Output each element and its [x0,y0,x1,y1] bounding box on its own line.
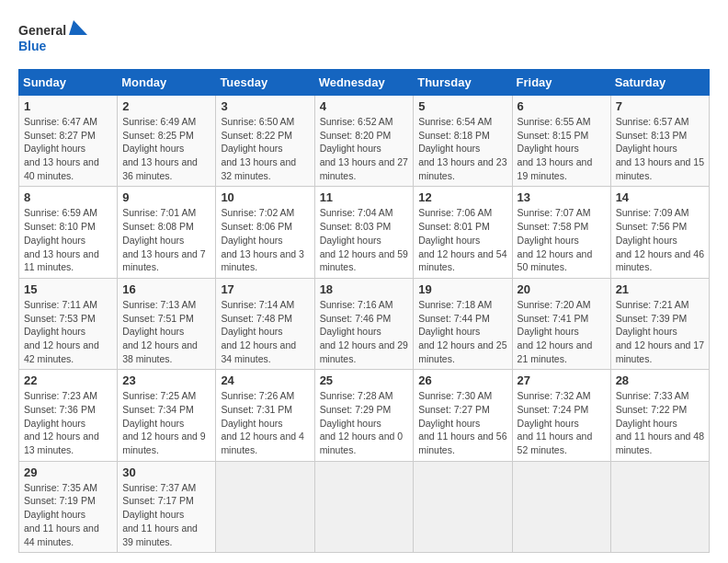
calendar-day-19: 19Sunrise: 7:18 AMSunset: 7:44 PMDayligh… [414,278,512,369]
calendar-day-8: 8Sunrise: 6:59 AMSunset: 8:10 PMDaylight… [19,187,118,278]
calendar-day-6: 6Sunrise: 6:55 AMSunset: 8:15 PMDaylight… [512,96,610,187]
day-info: Sunrise: 7:26 AMSunset: 7:31 PMDaylight … [221,389,309,456]
day-info: Sunrise: 7:33 AMSunset: 7:22 PMDaylight … [616,389,704,456]
header-friday: Friday [512,70,610,96]
day-info: Sunrise: 7:30 AMSunset: 7:27 PMDaylight … [418,389,506,456]
calendar-day-7: 7Sunrise: 6:57 AMSunset: 8:13 PMDaylight… [610,96,709,187]
day-info: Sunrise: 6:55 AMSunset: 8:15 PMDaylight … [518,115,606,182]
calendar-header-row: SundayMondayTuesdayWednesdayThursdayFrid… [19,70,710,96]
day-number: 3 [221,99,309,113]
calendar-day-27: 27Sunrise: 7:32 AMSunset: 7:24 PMDayligh… [512,370,610,461]
day-info: Sunrise: 7:16 AMSunset: 7:46 PMDaylight … [320,298,409,365]
day-info: Sunrise: 7:37 AMSunset: 7:17 PMDaylight … [122,481,210,548]
header-thursday: Thursday [414,70,512,96]
day-info: Sunrise: 6:50 AMSunset: 8:22 PMDaylight … [221,115,309,182]
calendar-table: SundayMondayTuesdayWednesdayThursdayFrid… [18,69,710,553]
day-number: 16 [122,282,210,296]
day-number: 29 [24,465,112,479]
day-number: 6 [518,99,606,113]
day-info: Sunrise: 6:54 AMSunset: 8:18 PMDaylight … [418,115,506,182]
day-number: 14 [616,190,704,204]
calendar-empty [314,461,414,552]
calendar-day-10: 10Sunrise: 7:02 AMSunset: 8:06 PMDayligh… [216,187,314,278]
calendar-day-2: 2Sunrise: 6:49 AMSunset: 8:25 PMDaylight… [118,96,216,187]
calendar-day-24: 24Sunrise: 7:26 AMSunset: 7:31 PMDayligh… [216,370,314,461]
day-number: 15 [24,282,112,296]
calendar-day-30: 30Sunrise: 7:37 AMSunset: 7:17 PMDayligh… [118,461,216,552]
day-number: 13 [518,190,606,204]
calendar-day-11: 11Sunrise: 7:04 AMSunset: 8:03 PMDayligh… [314,187,414,278]
calendar-day-5: 5Sunrise: 6:54 AMSunset: 8:18 PMDaylight… [414,96,512,187]
day-info: Sunrise: 6:49 AMSunset: 8:25 PMDaylight … [122,115,210,182]
logo: GeneralBlue [18,18,92,60]
day-info: Sunrise: 7:02 AMSunset: 8:06 PMDaylight … [221,206,309,273]
calendar-day-16: 16Sunrise: 7:13 AMSunset: 7:51 PMDayligh… [118,278,216,369]
day-number: 24 [221,373,309,387]
day-info: Sunrise: 7:23 AMSunset: 7:36 PMDaylight … [24,389,112,456]
day-number: 18 [320,282,409,296]
day-number: 20 [518,282,606,296]
calendar-empty [512,461,610,552]
day-number: 30 [122,465,210,479]
calendar-week-2: 8Sunrise: 6:59 AMSunset: 8:10 PMDaylight… [19,187,710,278]
calendar-day-23: 23Sunrise: 7:25 AMSunset: 7:34 PMDayligh… [118,370,216,461]
calendar-day-26: 26Sunrise: 7:30 AMSunset: 7:27 PMDayligh… [414,370,512,461]
day-number: 23 [122,373,210,387]
calendar-week-4: 22Sunrise: 7:23 AMSunset: 7:36 PMDayligh… [19,370,710,461]
calendar-week-3: 15Sunrise: 7:11 AMSunset: 7:53 PMDayligh… [19,278,710,369]
day-number: 22 [24,373,112,387]
day-number: 21 [616,282,704,296]
day-info: Sunrise: 7:07 AMSunset: 7:58 PMDaylight … [518,206,606,273]
calendar-day-28: 28Sunrise: 7:33 AMSunset: 7:22 PMDayligh… [610,370,709,461]
header-tuesday: Tuesday [216,70,314,96]
day-info: Sunrise: 7:09 AMSunset: 7:56 PMDaylight … [616,206,704,273]
day-number: 1 [24,99,112,113]
day-info: Sunrise: 7:20 AMSunset: 7:41 PMDaylight … [518,298,606,365]
calendar-day-25: 25Sunrise: 7:28 AMSunset: 7:29 PMDayligh… [314,370,414,461]
logo-svg: GeneralBlue [18,18,92,60]
calendar-week-5: 29Sunrise: 7:35 AMSunset: 7:19 PMDayligh… [19,461,710,552]
svg-text:General: General [18,23,66,38]
day-info: Sunrise: 7:32 AMSunset: 7:24 PMDaylight … [518,389,606,456]
page-header: GeneralBlue [18,18,710,60]
day-info: Sunrise: 7:01 AMSunset: 8:08 PMDaylight … [122,206,210,273]
calendar-day-22: 22Sunrise: 7:23 AMSunset: 7:36 PMDayligh… [19,370,118,461]
header-sunday: Sunday [19,70,118,96]
day-info: Sunrise: 6:57 AMSunset: 8:13 PMDaylight … [616,115,704,182]
calendar-week-1: 1Sunrise: 6:47 AMSunset: 8:27 PMDaylight… [19,96,710,187]
calendar-day-13: 13Sunrise: 7:07 AMSunset: 7:58 PMDayligh… [512,187,610,278]
calendar-day-1: 1Sunrise: 6:47 AMSunset: 8:27 PMDaylight… [19,96,118,187]
day-info: Sunrise: 7:14 AMSunset: 7:48 PMDaylight … [221,298,309,365]
day-info: Sunrise: 7:13 AMSunset: 7:51 PMDaylight … [122,298,210,365]
day-number: 26 [418,373,506,387]
day-number: 27 [518,373,606,387]
svg-text:Blue: Blue [18,39,47,53]
calendar-day-18: 18Sunrise: 7:16 AMSunset: 7:46 PMDayligh… [314,278,414,369]
day-number: 2 [122,99,210,113]
day-number: 17 [221,282,309,296]
day-info: Sunrise: 7:04 AMSunset: 8:03 PMDaylight … [320,206,409,273]
day-number: 7 [616,99,704,113]
day-info: Sunrise: 7:28 AMSunset: 7:29 PMDaylight … [320,389,409,456]
day-info: Sunrise: 7:18 AMSunset: 7:44 PMDaylight … [418,298,506,365]
svg-marker-2 [69,20,87,35]
day-info: Sunrise: 7:11 AMSunset: 7:53 PMDaylight … [24,298,112,365]
day-number: 5 [418,99,506,113]
header-monday: Monday [118,70,216,96]
calendar-empty [216,461,314,552]
calendar-day-14: 14Sunrise: 7:09 AMSunset: 7:56 PMDayligh… [610,187,709,278]
day-number: 11 [320,190,409,204]
day-info: Sunrise: 7:21 AMSunset: 7:39 PMDaylight … [616,298,704,365]
header-wednesday: Wednesday [314,70,414,96]
day-number: 25 [320,373,409,387]
calendar-day-29: 29Sunrise: 7:35 AMSunset: 7:19 PMDayligh… [19,461,118,552]
calendar-day-21: 21Sunrise: 7:21 AMSunset: 7:39 PMDayligh… [610,278,709,369]
day-number: 28 [616,373,704,387]
calendar-empty [414,461,512,552]
day-info: Sunrise: 6:59 AMSunset: 8:10 PMDaylight … [24,206,112,273]
calendar-day-15: 15Sunrise: 7:11 AMSunset: 7:53 PMDayligh… [19,278,118,369]
day-number: 8 [24,190,112,204]
day-info: Sunrise: 7:06 AMSunset: 8:01 PMDaylight … [418,206,506,273]
calendar-day-12: 12Sunrise: 7:06 AMSunset: 8:01 PMDayligh… [414,187,512,278]
calendar-empty [610,461,709,552]
